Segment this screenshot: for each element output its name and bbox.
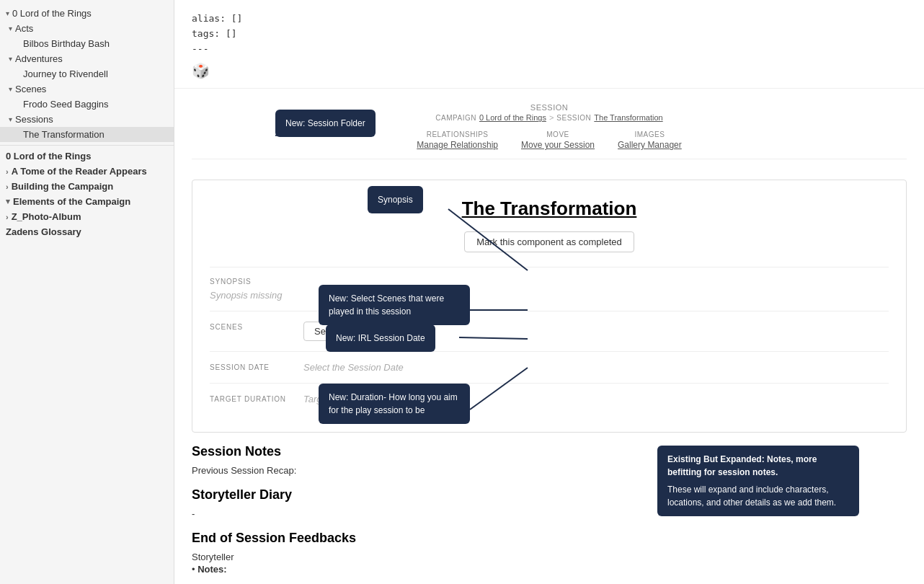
meta-row: RELATIONSHIPS Manage Relationship MOVE M… [192,130,907,159]
collapse-arrow-scenes: ▾ [9,85,12,93]
collapse-arrow-adventures: ▾ [9,55,12,63]
notes-label: • Notes: [192,564,907,575]
select-scenes-button[interactable]: Select session scenes [303,322,418,341]
sidebar-item-bilbos[interactable]: Bilbos Birthday Bash [0,36,174,51]
session-notes-title: Session Notes [192,444,907,459]
bottom-section: Session Notes Previous Session Recap: St… [174,444,924,584]
sidebar-item-journey[interactable]: Journey to Rivendell [0,66,174,81]
sidebar-item-adventures[interactable]: ▾ Adventures [0,51,174,66]
manage-relationship-link[interactable]: Manage Relationship [417,140,498,150]
sidebar-item-scenes[interactable]: ▾ Scenes [0,81,174,97]
sidebar-campaign-building[interactable]: › Building the Campaign [0,179,174,194]
storyteller-diary-title: Storyteller Diary [192,487,907,503]
content-panel: The Transformation Mark this component a… [192,180,907,433]
mark-complete-button[interactable]: Mark this component as completed [464,231,634,252]
move-session-link[interactable]: Move your Session [521,140,595,150]
session-header: Session CAMPAIGN 0 Lord of the Rings > S… [174,89,924,168]
sidebar-campaign-elements[interactable]: ▾ Elements of the Campaign [0,194,174,209]
dice-icon: 🎲 [192,59,907,82]
breadcrumb: CAMPAIGN 0 Lord of the Rings > SESSION T… [192,113,907,122]
collapse-arrow: ▾ [6,9,9,17]
sidebar-item-sessions[interactable]: ▾ Sessions [0,112,174,127]
campaign-link[interactable]: 0 Lord of the Rings [479,113,546,122]
target-duration-value[interactable]: Target Duration [303,394,889,404]
session-date-value[interactable]: Select the Session Date [303,362,889,373]
code-block: alias: [] tags: [] --- 🎲 [174,0,924,89]
sidebar-item-acts[interactable]: ▾ Acts [0,21,174,36]
gallery-manager-link[interactable]: Gallery Manager [618,140,682,150]
synopsis-section: SYNOPSIS Synopsis missing [210,267,889,311]
main-content: alias: [] tags: [] --- 🎲 Session CAMPAIG… [174,0,924,584]
session-link[interactable]: The Transformation [594,113,662,122]
end-session-title: End of Session Feedbacks [192,531,907,546]
target-duration-row: TARGET DURATION Target Duration [210,383,889,415]
sidebar-campaign-z-photo[interactable]: › Z_Photo-Album [0,209,174,224]
session-title: The Transformation [210,198,889,220]
session-date-row: SESSION DATE Select the Session Date [210,351,889,383]
sidebar-campaign-lord-of-rings[interactable]: 0 Lord of the Rings [0,149,174,164]
storyteller-dash: - [192,508,907,519]
collapse-arrow-sessions: ▾ [9,115,12,123]
sidebar-campaign-zadens[interactable]: Zadens Glossary [0,224,174,239]
sidebar-item-frodo[interactable]: Frodo Seed Baggins [0,97,174,112]
scenes-row: SCENES Select session scenes [210,311,889,351]
sidebar-item-transformation[interactable]: The Transformation [0,127,174,142]
storyteller-label: Storyteller [192,552,907,562]
collapse-arrow-acts: ▾ [9,25,12,32]
sidebar-item-lord-of-rings[interactable]: ▾ 0 Lord of the Rings [0,6,174,21]
sidebar: ▾ 0 Lord of the Rings ▾ Acts Bilbos Birt… [0,0,174,584]
prev-session-recap: Previous Session Recap: [192,465,907,476]
sidebar-campaign-tome[interactable]: › A Tome of the Reader Appears [0,164,174,179]
